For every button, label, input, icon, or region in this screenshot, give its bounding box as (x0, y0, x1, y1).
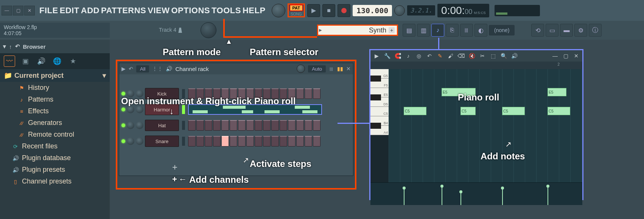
channel-filter[interactable]: All (136, 65, 149, 72)
pr-erase-icon[interactable]: ⌫ (457, 53, 465, 59)
menu-view[interactable]: VIEW (148, 6, 170, 15)
channel-mute-led[interactable] (121, 139, 125, 143)
channel-button-harmor[interactable]: Harmor (145, 104, 179, 115)
position-lcd[interactable]: 3.2.1. (407, 5, 435, 15)
channel-pan-knob[interactable] (127, 90, 134, 97)
browser-item-plugindb[interactable]: 🔊Plugin database (0, 152, 110, 164)
mini-piano-strip[interactable] (188, 104, 322, 115)
pr-paint-icon[interactable]: 🖌 (447, 53, 454, 59)
mixer-button[interactable]: ⫼ (460, 24, 473, 37)
note[interactable]: C5 (404, 107, 426, 115)
pr-stamp-icon[interactable]: ◎ (415, 53, 423, 59)
channel-vol-knob[interactable] (136, 106, 143, 113)
active-step[interactable] (221, 136, 229, 147)
play-icon[interactable]: ▶ (121, 66, 126, 72)
time-display[interactable]: 0:00:00 M:S:CS (437, 4, 489, 17)
menu-tools[interactable]: TOOLS (212, 6, 241, 15)
velocity-lane[interactable] (370, 182, 582, 205)
channel-select-led[interactable] (182, 121, 185, 130)
step-sequencer-row[interactable] (188, 88, 320, 99)
piano-roll-ruler[interactable]: 2 (370, 62, 582, 69)
browser-item-channelpresets[interactable]: ▯Channel presets (0, 176, 110, 187)
note[interactable]: C5 (460, 107, 476, 115)
browser-wave-icon[interactable]: 〰 (4, 56, 15, 67)
stop-button[interactable]: ■ (322, 4, 335, 17)
channel-pan-knob[interactable] (127, 106, 134, 113)
channel-rack-button[interactable]: ▥ (417, 24, 430, 37)
settings-button[interactable]: ⚙ (574, 24, 587, 37)
info-button[interactable]: ⓘ (589, 24, 602, 37)
channel-pan-knob[interactable] (127, 137, 134, 145)
piano-keys[interactable]: G5 F5 E5 D5 C5 B4 A4 (370, 69, 389, 182)
undo-history-button[interactable]: ⟲ (531, 24, 544, 37)
pr-play-icon[interactable]: 🔊 (510, 53, 518, 59)
maximize-button[interactable]: ▢ (13, 6, 23, 15)
browser-item-generators[interactable]: ⫻Generators (0, 117, 110, 129)
browser-collapse-icon[interactable]: ▣ (20, 56, 31, 67)
browser-item-history[interactable]: ⚑History (0, 82, 110, 94)
note[interactable]: C5 (502, 107, 525, 115)
piano-roll-button[interactable]: ♪ (431, 24, 444, 37)
pr-zoom-icon[interactable]: 🔍 (500, 53, 507, 59)
channel-volume-knob[interactable] (201, 22, 216, 38)
up-arrow-icon[interactable]: ↑ (9, 43, 12, 50)
browser-item-pluginpresets[interactable]: 🔊Plugin presets (0, 164, 110, 176)
step-sequencer-row[interactable] (188, 104, 322, 115)
channel-mute-led[interactable] (121, 92, 125, 96)
playlist-button[interactable]: ▤ (403, 24, 415, 37)
browser-button[interactable]: ⎘ (446, 24, 459, 37)
channel-mute-led[interactable] (121, 123, 125, 127)
pr-max-icon[interactable]: ▢ (562, 53, 569, 59)
menu-help[interactable]: HELP (243, 6, 266, 15)
note[interactable]: C5 (548, 107, 570, 115)
pr-tools-icon[interactable]: 🔧 (383, 53, 391, 59)
channel-select-led[interactable] (182, 89, 185, 98)
grip-icon[interactable]: ⋮⋮ (152, 66, 163, 72)
save-button[interactable]: ▭ (546, 24, 558, 37)
pr-mute-icon[interactable]: 🔇 (468, 53, 476, 59)
channel-button-snare[interactable]: Snare (145, 136, 179, 147)
browser-item-patterns[interactable]: ♪Patterns (0, 94, 110, 105)
channel-select-led[interactable] (182, 137, 185, 146)
channel-vol-knob[interactable] (136, 90, 143, 97)
browser-audio-icon[interactable]: 🔊 (36, 56, 47, 67)
menu-edit[interactable]: EDIT (60, 6, 79, 15)
pr-menu-icon[interactable]: ▶ (373, 53, 380, 59)
step-sequencer-row[interactable] (188, 120, 320, 131)
menu-add[interactable]: ADD (81, 6, 100, 15)
channel-mute-led[interactable] (121, 108, 125, 111)
close-icon[interactable]: ✕ (346, 66, 351, 72)
add-channel-button[interactable]: + (172, 162, 177, 173)
graph-icon[interactable]: ⫼ (329, 66, 334, 72)
pattern-add-button[interactable]: + (389, 27, 395, 33)
step-icon[interactable]: ▮▮ (337, 66, 343, 72)
browser-item-recent[interactable]: ⟳Recent files (0, 140, 110, 152)
pr-slice-icon[interactable]: ✂ (479, 53, 486, 59)
note[interactable]: E5 (548, 88, 566, 96)
channel-button-hat[interactable]: Hat (145, 120, 179, 131)
tempo-tap-button[interactable]: ◐ (474, 24, 487, 37)
channel-button-kick[interactable]: Kick (145, 88, 179, 99)
menu-options[interactable]: OPTIONS (171, 6, 210, 15)
mode-switch[interactable]: PAT SONG (288, 3, 305, 17)
channel-vol-knob[interactable] (136, 122, 143, 129)
menu-patterns[interactable]: PATTERNS (101, 6, 146, 15)
pr-snap-icon[interactable]: 🧲 (394, 53, 401, 59)
browser-item-effects[interactable]: ≡Effects (0, 105, 110, 117)
pr-select-icon[interactable]: ⬚ (489, 53, 497, 59)
channel-select-led[interactable] (182, 105, 185, 114)
browser-star-icon[interactable]: ★ (67, 56, 79, 67)
pr-close-icon[interactable]: ✕ (572, 53, 580, 59)
close-button[interactable]: ✕ (24, 6, 35, 15)
browser-item-remote[interactable]: ⫻Remote control (0, 129, 110, 140)
auto-button[interactable]: Auto (308, 65, 326, 72)
record-button[interactable] (338, 4, 350, 17)
swing-knob[interactable] (297, 65, 305, 73)
step-sequencer-row[interactable] (188, 136, 320, 147)
tempo-display[interactable]: 130.000 (353, 5, 392, 16)
pr-undo-icon[interactable]: ↶ (426, 53, 433, 59)
channel-pan-knob[interactable] (127, 122, 134, 129)
pitch-knob[interactable] (394, 5, 405, 16)
back-arrow-icon[interactable]: ↶ (15, 43, 20, 50)
chevron-down-icon[interactable]: ▾ (3, 43, 6, 50)
